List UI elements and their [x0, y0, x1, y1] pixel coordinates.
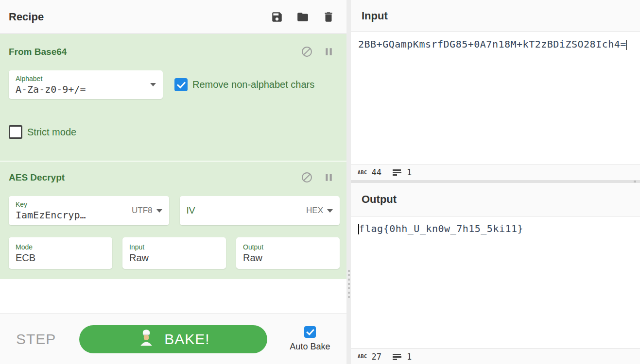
- operation-title-row: From Base64: [0, 34, 346, 58]
- char-count-icon: ABC: [358, 169, 367, 175]
- chef-icon: [137, 328, 156, 350]
- operation-arguments: Key IamEzEncryp… UTF8 IV HEX: [0, 196, 346, 269]
- breakpoint-pause-icon[interactable]: [323, 171, 335, 183]
- key-input[interactable]: Key IamEzEncryp… UTF8: [9, 196, 169, 225]
- strict-mode-option[interactable]: Strict mode: [9, 125, 340, 139]
- cyberchef-app: Recipe From Base64: [0, 0, 640, 364]
- input-type-label: Input: [129, 243, 219, 251]
- auto-bake-checkbox[interactable]: [304, 326, 316, 338]
- iv-encoding-dropdown[interactable]: HEX: [306, 206, 333, 215]
- io-split-handle[interactable]: [351, 180, 640, 183]
- chevron-down-icon: [150, 83, 156, 86]
- chevron-down-icon: [156, 209, 162, 213]
- operation-name: AES Decrypt: [9, 172, 65, 183]
- bake-controls-bar: STEP BAKE! Auto Bake: [0, 314, 346, 364]
- iv-label: IV: [187, 205, 307, 216]
- recipe-title: Recipe: [9, 11, 44, 23]
- auto-bake-label[interactable]: Auto Bake: [290, 342, 330, 352]
- operation-icons: [301, 171, 335, 183]
- line-count-icon: [393, 169, 402, 176]
- iv-encoding-value: HEX: [306, 206, 323, 215]
- text-cursor: [626, 40, 627, 50]
- output-footer: ABC 27 1: [351, 348, 640, 364]
- chevron-down-icon: [327, 209, 333, 213]
- key-encoding-dropdown[interactable]: UTF8: [132, 206, 162, 215]
- operation-from-base64[interactable]: From Base64 Alphabet: [0, 34, 346, 161]
- output-title: Output: [362, 193, 397, 206]
- char-count-icon: ABC: [358, 353, 367, 359]
- output-char-count: 27: [372, 352, 381, 362]
- input-text: 2BB+GQampKmsrfDG85+0A7n18M+kT2zBDiZSO28I…: [358, 38, 626, 50]
- operation-aes-decrypt[interactable]: AES Decrypt Key: [0, 161, 346, 279]
- recipe-pane: Recipe From Base64: [0, 0, 346, 364]
- output-type-value: Raw: [243, 252, 262, 263]
- step-button[interactable]: STEP: [16, 331, 56, 347]
- operation-name: From Base64: [9, 47, 67, 57]
- remove-non-alphabet-option[interactable]: Remove non-alphabet chars: [174, 78, 314, 91]
- key-encoding-value: UTF8: [132, 206, 153, 215]
- mode-dropdown[interactable]: Mode ECB: [9, 237, 112, 269]
- remove-non-alphabet-checkbox[interactable]: [174, 78, 188, 91]
- save-recipe-icon[interactable]: [271, 11, 283, 23]
- input-footer: ABC 44 1: [351, 165, 640, 180]
- recipe-operation-list: From Base64 Alphabet: [0, 34, 346, 279]
- output-header: Output: [351, 183, 640, 216]
- bake-button-label: BAKE!: [164, 331, 209, 347]
- output-textarea[interactable]: flag{0hh_U_kn0w_7h15_5ki11}: [351, 216, 640, 349]
- disable-operation-icon[interactable]: [301, 46, 313, 58]
- alphabet-dropdown[interactable]: Alphabet A-Za-z0-9+/=: [9, 70, 163, 99]
- iv-input[interactable]: IV HEX: [180, 196, 340, 225]
- strict-mode-label[interactable]: Strict mode: [27, 127, 76, 138]
- bake-button[interactable]: BAKE!: [79, 325, 267, 353]
- output-type-label: Output: [243, 243, 333, 251]
- line-count-icon: [393, 353, 402, 360]
- key-label: Key: [16, 200, 132, 209]
- mode-value: ECB: [16, 252, 35, 263]
- alphabet-label: Alphabet: [16, 74, 146, 83]
- input-line-count: 1: [407, 167, 412, 177]
- input-type-value: Raw: [129, 252, 149, 263]
- input-title: Input: [362, 10, 388, 22]
- recipe-header: Recipe: [0, 0, 346, 34]
- panel-split-handle[interactable]: [346, 0, 351, 364]
- disable-operation-icon[interactable]: [301, 171, 313, 183]
- input-header: Input: [351, 0, 640, 32]
- io-pane: Input 2BB+GQampKmsrfDG85+0A7n18M+kT2zBDi…: [351, 0, 640, 364]
- remove-non-alphabet-label[interactable]: Remove non-alphabet chars: [192, 79, 314, 90]
- input-type-dropdown[interactable]: Input Raw: [122, 237, 226, 269]
- auto-bake-option[interactable]: Auto Bake: [290, 326, 330, 352]
- output-type-dropdown[interactable]: Output Raw: [236, 237, 340, 269]
- output-text: flag{0hh_U_kn0w_7h15_5ki11}: [359, 223, 524, 234]
- key-value: IamEzEncryp…: [16, 209, 86, 221]
- operation-arguments: Alphabet A-Za-z0-9+/= Remove non-alphabe…: [0, 70, 346, 139]
- input-char-count: 44: [372, 167, 381, 177]
- mode-label: Mode: [16, 243, 105, 251]
- input-textarea[interactable]: 2BB+GQampKmsrfDG85+0A7n18M+kT2zBDiZSO28I…: [351, 32, 640, 165]
- breakpoint-pause-icon[interactable]: [323, 46, 335, 58]
- strict-mode-checkbox[interactable]: [9, 125, 22, 139]
- load-recipe-folder-icon[interactable]: [296, 11, 309, 23]
- alphabet-value: A-Za-z0-9+/=: [16, 83, 86, 95]
- operation-icons: [301, 46, 335, 58]
- clear-recipe-trash-icon[interactable]: [322, 11, 335, 23]
- recipe-header-icons: [271, 11, 335, 23]
- output-line-count: 1: [407, 352, 412, 362]
- recipe-drop-area: [0, 279, 346, 314]
- operation-title-row: AES Decrypt: [0, 162, 346, 183]
